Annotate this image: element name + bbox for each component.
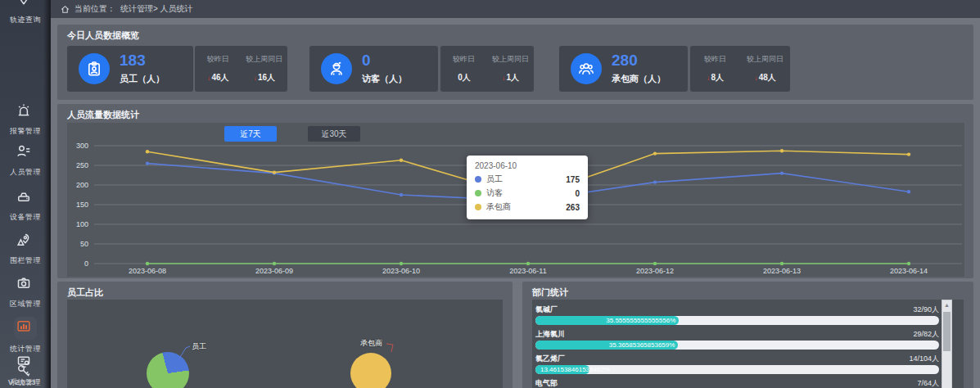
scroll-up-arrow-icon[interactable]: ▲ — [942, 300, 951, 310]
tab-last-30-days[interactable]: 近30天 — [308, 126, 360, 142]
tooltip-row: 承包商 263 — [475, 201, 580, 213]
department-rows: 氯碱厂32/90人 35.555555555555556% 上海氯川29/82人… — [535, 301, 939, 388]
department-bar-fill: 35.36585365853659% — [535, 341, 678, 350]
sidebar-item-label: 报警管理 — [0, 126, 51, 137]
sidebar-item-area[interactable]: 区域管理 — [0, 273, 51, 314]
department-bar-fill: 35.555555555555556% — [535, 316, 679, 325]
tooltip-date: 2023-06-10 — [475, 161, 580, 170]
svg-text:2023-06-10: 2023-06-10 — [382, 267, 420, 275]
department-name: 氯乙烯厂 — [535, 354, 565, 364]
department-name: 上海氯川 — [535, 329, 565, 340]
svg-text:0: 0 — [84, 259, 88, 268]
department-row: 氯乙烯厂14/104人 13.461538461538462% — [535, 354, 939, 375]
compare-value: 48人 — [759, 73, 776, 82]
department-bar-track: 35.36585365853659% — [535, 341, 939, 350]
employee-ratio-body: 员工 承包商 — [67, 300, 503, 388]
department-scrollbar[interactable]: ▲ — [942, 300, 952, 388]
sidebar: 轨迹查询 报警管理 人员管理 设备管理 围栏管理 — [0, 0, 51, 388]
alarm-icon — [16, 102, 35, 122]
compare-value: 16人 — [258, 73, 275, 82]
scrollbar-thumb[interactable] — [943, 312, 951, 351]
svg-text:2023-06-08: 2023-06-08 — [129, 267, 166, 275]
svg-text:300: 300 — [76, 142, 88, 150]
department-count: 14/104人 — [909, 354, 939, 364]
overview-panel: 今日人员数据概览 183 员工（人） 较昨日 ↓46人 较上周同日 ↓16人 0… — [57, 25, 973, 100]
svg-text:150: 150 — [76, 201, 88, 209]
department-percent: 13.461538461538462% — [540, 366, 610, 373]
department-count: 32/90人 — [913, 305, 939, 315]
svg-text:2023-06-12: 2023-06-12 — [636, 267, 674, 275]
department-percent: 35.36585365853659% — [540, 341, 675, 349]
series-dot-visitor — [475, 190, 481, 196]
visitor-count: 0 — [362, 52, 371, 70]
svg-text:50: 50 — [80, 240, 88, 248]
contractor-label: 承包商（人） — [612, 73, 666, 85]
tooltip-series-name: 访客 — [486, 187, 575, 199]
stats-icon — [14, 317, 37, 340]
compare-label: 较上周同日 — [242, 54, 288, 65]
svg-text:2023-06-13: 2023-06-13 — [763, 267, 801, 275]
breadcrumb-bar: 当前位置： 统计管理> 人员统计 — [51, 0, 980, 18]
down-arrow-icon: ↓ — [253, 74, 257, 82]
compare-label: 较昨日 — [440, 54, 487, 65]
tooltip-row: 访客 0 — [475, 187, 580, 199]
department-panel: 部门统计 氯碱厂32/90人 35.555555555555556% 上海氯川2… — [522, 282, 973, 388]
flow-title: 人员流量数据统计 — [67, 109, 139, 121]
pie-chart-left[interactable] — [147, 352, 189, 388]
sidebar-item-label: 区域管理 — [0, 299, 51, 309]
sidebar-item-label: 设备管理 — [0, 212, 51, 223]
sidebar-item-label: 人员管理 — [0, 167, 51, 178]
sidebar-item-label: 围栏管理 — [0, 255, 51, 266]
svg-text:2023-06-14: 2023-06-14 — [890, 267, 928, 275]
sidebar-item-fence[interactable]: 围栏管理 — [0, 230, 51, 271]
sidebar-item-alarm[interactable]: 报警管理 — [0, 101, 51, 142]
compare-value: 0人 — [458, 73, 471, 82]
tooltip-series-name: 员工 — [486, 174, 566, 185]
down-arrow-icon: ↓ — [502, 74, 506, 82]
department-count: 29/82人 — [913, 329, 939, 340]
compare-value: 46人 — [211, 73, 228, 82]
track-icon — [16, 0, 35, 11]
tooltip-series-value: 263 — [566, 203, 580, 212]
employee-badge-icon — [79, 53, 110, 84]
group-icon — [571, 53, 602, 84]
pie-leader-lines — [67, 300, 503, 388]
department-row: 氯碱厂32/90人 35.555555555555556% — [535, 305, 939, 326]
department-body: 氯碱厂32/90人 35.555555555555556% 上海氯川29/82人… — [532, 300, 964, 388]
department-row: 电气部7/64人 10.9375% — [535, 379, 939, 388]
app-version: V 2.0.23 — [0, 378, 43, 386]
device-icon — [16, 188, 35, 208]
tooltip-series-value: 175 — [566, 175, 580, 184]
tab-last-7-days[interactable]: 近7天 — [224, 126, 277, 142]
sidebar-item-track-query[interactable]: 轨迹查询 — [0, 0, 51, 30]
overview-title: 今日人员数据概览 — [67, 29, 139, 42]
svg-text:200: 200 — [76, 181, 88, 189]
flow-chart-area[interactable]: 近7天 近30天 0501001502002503002023-06-08202… — [67, 123, 964, 277]
series-dot-employee — [475, 176, 481, 183]
range-tabs: 近7天 近30天 — [224, 126, 360, 142]
home-icon[interactable] — [61, 5, 70, 14]
pie-right-callout: 承包商 — [360, 338, 382, 349]
employee-compare-card: 较昨日 ↓46人 较上周同日 ↓16人 — [195, 46, 287, 92]
department-name: 氯碱厂 — [535, 305, 558, 315]
fence-icon — [16, 232, 35, 251]
down-arrow-icon: ↓ — [207, 74, 211, 82]
employee-ratio-panel: 员工占比 员工 承包商 — [57, 282, 513, 388]
series-dot-contractor — [475, 204, 481, 210]
tooltip-series-value: 0 — [575, 189, 580, 198]
visitor-compare-card: 较昨日 0人 较上周同日 ↓1人 — [440, 46, 534, 92]
contractor-count: 280 — [612, 52, 638, 70]
pie-chart-right[interactable] — [350, 353, 391, 388]
sidebar-item-device[interactable]: 设备管理 — [0, 187, 51, 228]
sidebar-item-label: 轨迹查询 — [0, 15, 51, 25]
svg-text:2023-06-11: 2023-06-11 — [509, 267, 546, 275]
flow-panel: 人员流量数据统计 近7天 近30天 0501001502002503002023… — [57, 104, 973, 278]
department-count: 7/64人 — [917, 378, 939, 388]
down-arrow-icon: ↓ — [707, 74, 711, 82]
employee-count: 183 — [120, 52, 146, 70]
person-icon — [16, 143, 35, 163]
sidebar-item-personnel[interactable]: 人员管理 — [0, 142, 51, 183]
compare-value: 8人 — [711, 73, 724, 82]
department-bar-fill: 13.461538461538462% — [535, 365, 589, 374]
employee-card: 183 员工（人） — [67, 46, 193, 92]
